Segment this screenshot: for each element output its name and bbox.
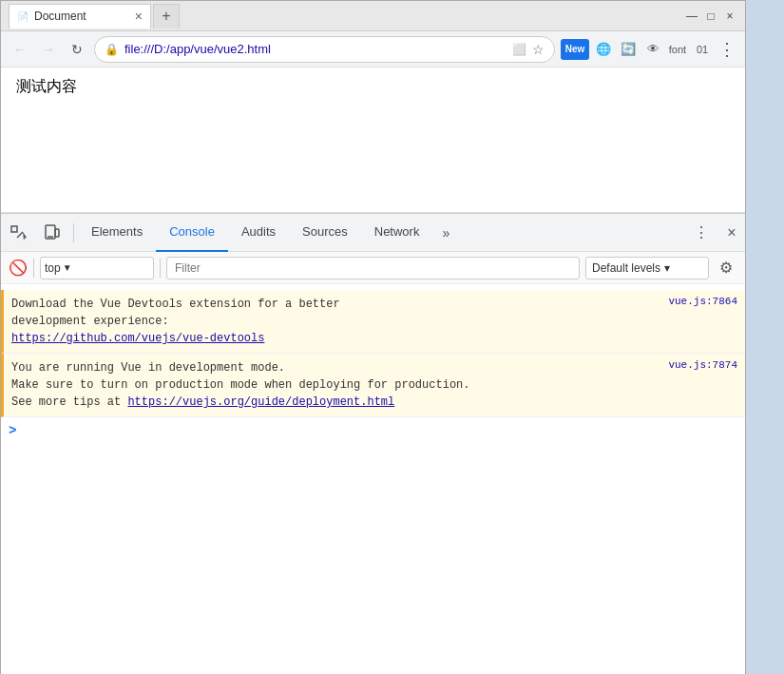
devtools-menu-button[interactable]: ⋮ xyxy=(688,214,715,252)
more-tabs-button[interactable]: » xyxy=(436,225,455,241)
devtools-toolbar: Elements Console Audits Sources Network … xyxy=(1,214,745,252)
console-message-1-content: Download the Vue Devtools extension for … xyxy=(4,292,660,351)
tab-title: Document xyxy=(34,10,86,23)
tab-document[interactable]: 📄 Document × xyxy=(9,4,151,29)
svg-rect-3 xyxy=(55,229,59,237)
page-content-text: 测试内容 xyxy=(16,78,77,94)
toolbar-separator xyxy=(73,223,74,242)
extension-sync[interactable]: 🔄 xyxy=(618,39,639,60)
extension-eye[interactable]: 👁 xyxy=(642,39,663,60)
url-bar[interactable]: 🔒 file:///D:/app/vue/vue2.html ⬜ ☆ xyxy=(94,36,555,63)
addressbar: ← → ↻ 🔒 file:///D:/app/vue/vue2.html ⬜ ☆… xyxy=(1,31,745,67)
extension-globe[interactable]: 🌐 xyxy=(593,39,614,60)
forward-button[interactable]: → xyxy=(37,38,60,61)
console-input-cursor[interactable]: > xyxy=(1,417,745,444)
new-tab-button[interactable]: + xyxy=(153,4,180,29)
devtools-close-button[interactable]: × xyxy=(718,214,745,252)
svg-line-1 xyxy=(17,232,23,238)
levels-arrow: ▾ xyxy=(664,261,670,275)
screenshot-icon[interactable]: ⬜ xyxy=(512,43,526,56)
filter-input[interactable] xyxy=(166,257,580,279)
extension-new[interactable]: New xyxy=(561,39,589,60)
clear-console-button[interactable]: 🚫 xyxy=(9,259,28,278)
console-filterbar: 🚫 top ▼ Default levels ▾ ⚙ xyxy=(1,252,745,284)
extension-icons: New 🌐 🔄 👁 font 01 ⋮ xyxy=(561,39,737,60)
window-controls: — □ × xyxy=(684,9,737,24)
tab-close-button[interactable]: × xyxy=(135,9,143,24)
console-message-1-source[interactable]: vue.js:7864 xyxy=(660,292,745,311)
inspect-element-button[interactable] xyxy=(1,214,35,252)
chrome-menu-button[interactable]: ⋮ xyxy=(717,39,737,60)
extension-01[interactable]: 01 xyxy=(692,39,713,60)
console-message-1: Download the Vue Devtools extension for … xyxy=(1,290,745,354)
console-message-2-content: You are running Vue in development mode.… xyxy=(4,356,660,414)
lock-icon: 🔒 xyxy=(105,43,119,56)
context-arrow: ▼ xyxy=(63,262,72,273)
reload-button[interactable]: ↻ xyxy=(66,38,88,61)
maximize-button[interactable]: □ xyxy=(703,9,718,24)
devtools-panel: Elements Console Audits Sources Network … xyxy=(1,213,745,674)
minimize-button[interactable]: — xyxy=(684,9,699,24)
titlebar: 📄 Document × + — □ × xyxy=(1,1,745,31)
devtools-right-controls: ⋮ × xyxy=(688,214,745,252)
log-levels-dropdown[interactable]: Default levels ▾ xyxy=(585,257,709,279)
context-value: top xyxy=(45,261,61,275)
close-window-button[interactable]: × xyxy=(722,9,737,24)
browser-content: 测试内容 xyxy=(1,67,745,213)
back-button[interactable]: ← xyxy=(9,38,31,61)
devtools-link[interactable]: https://github.com/vuejs/vue-devtools xyxy=(11,332,264,345)
extension-font[interactable]: font xyxy=(667,39,688,60)
url-text: file:///D:/app/vue/vue2.html xyxy=(124,42,507,56)
console-message-2: You are running Vue in development mode.… xyxy=(1,354,745,417)
tab-network[interactable]: Network xyxy=(361,214,433,252)
bookmark-icon[interactable]: ☆ xyxy=(532,42,545,57)
tab-favicon: 📄 xyxy=(17,11,29,22)
browser-window: 📄 Document × + — □ × ← → ↻ 🔒 file:///D:/… xyxy=(0,0,746,674)
filterbar-separator2 xyxy=(160,259,161,278)
console-output: Download the Vue Devtools extension for … xyxy=(1,284,745,674)
device-toggle-button[interactable] xyxy=(35,214,69,252)
console-message-2-source[interactable]: vue.js:7874 xyxy=(660,356,745,375)
tab-audits[interactable]: Audits xyxy=(228,214,289,252)
filterbar-separator xyxy=(33,259,34,278)
tab-console[interactable]: Console xyxy=(156,214,228,252)
tab-elements[interactable]: Elements xyxy=(78,214,156,252)
tab-sources[interactable]: Sources xyxy=(289,214,361,252)
console-settings-button[interactable]: ⚙ xyxy=(715,257,737,279)
levels-label: Default levels xyxy=(592,261,660,275)
console-msg-text-1: Download the Vue Devtools extension for … xyxy=(11,298,340,328)
deployment-link[interactable]: https://vuejs.org/guide/deployment.html xyxy=(127,395,394,409)
svg-rect-0 xyxy=(11,226,17,232)
context-selector[interactable]: top ▼ xyxy=(40,257,154,279)
